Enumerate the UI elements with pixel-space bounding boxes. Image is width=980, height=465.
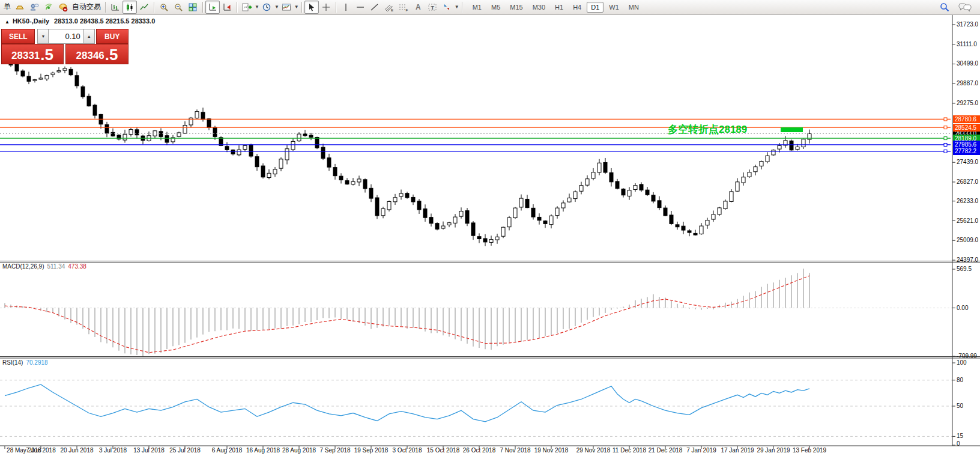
text-label-tool-icon[interactable]: T [425, 1, 440, 14]
auto-trading-icon[interactable] [56, 1, 70, 14]
gold-ingot-icon[interactable] [13, 1, 27, 14]
timeframe-button-h1[interactable]: H1 [551, 2, 567, 13]
chart-canvas[interactable] [0, 0, 980, 465]
volume-decrease-button[interactable]: ▼ [37, 29, 49, 44]
equidistant-channel-tool-icon[interactable]: E [382, 1, 396, 14]
timeframe-group: M1M5M15M30H1H4D1W1MN [468, 2, 643, 13]
zoom-out-icon[interactable] [171, 1, 186, 14]
buy-price-display[interactable]: 28346 .5 [65, 44, 129, 64]
main-toolbar: 单 自动交易 ▼ ▼ ▼ [0, 0, 980, 14]
timeframe-button-d1[interactable]: D1 [587, 2, 603, 13]
toolbar-separator [336, 2, 336, 13]
timeframe-button-m5[interactable]: M5 [487, 2, 504, 13]
templates-icon[interactable] [279, 1, 294, 14]
one-click-trading-panel: SELL ▼ 0.10 ▲ BUY 28331 .5 28346 .5 [1, 29, 129, 64]
volume-input[interactable]: 0.10 [49, 29, 83, 44]
text-tool-icon[interactable]: A [411, 1, 425, 14]
periods-icon[interactable] [259, 1, 274, 14]
horizontal-line-tool-icon[interactable] [353, 1, 368, 14]
toolbar-separator [105, 2, 106, 13]
toolbar-separator [202, 2, 203, 13]
sell-price-int: 28331 [11, 49, 40, 62]
periods-dropdown-arrow[interactable]: ▼ [274, 4, 279, 10]
sell-price-display[interactable]: 28331 .5 [1, 44, 64, 64]
cursor-tool-icon[interactable] [304, 1, 319, 14]
timeframe-button-m30[interactable]: M30 [528, 2, 549, 13]
indicators-icon[interactable] [240, 1, 254, 14]
arrows-dropdown-arrow[interactable]: ▼ [455, 4, 459, 10]
timeframe-button-mn[interactable]: MN [625, 2, 643, 13]
svg-text:E: E [391, 8, 393, 12]
toolbar-separator [462, 2, 462, 13]
chart-shift-icon[interactable] [220, 1, 234, 14]
signal-icon[interactable] [41, 1, 56, 14]
sell-button[interactable]: SELL [1, 29, 35, 44]
chat-icon[interactable] [958, 1, 972, 14]
line-chart-type-icon[interactable] [137, 1, 151, 14]
vertical-line-tool-icon[interactable] [339, 1, 353, 14]
fibonacci-tool-icon[interactable]: F [396, 1, 411, 14]
svg-text:A: A [416, 3, 421, 11]
buy-price-dec: .5 [105, 47, 118, 62]
buy-button[interactable]: BUY [96, 29, 129, 44]
bar-chart-type-icon[interactable] [108, 1, 122, 14]
sell-price-dec: .5 [40, 47, 53, 62]
auto-scroll-icon[interactable] [205, 1, 220, 14]
timeframe-button-m15[interactable]: M15 [506, 2, 527, 13]
indicators-dropdown-arrow[interactable]: ▼ [255, 4, 259, 10]
buy-price-int: 28346 [76, 49, 104, 62]
tile-windows-icon[interactable] [186, 1, 200, 14]
timeframe-button-w1[interactable]: W1 [605, 2, 623, 13]
auto-trading-label[interactable]: 自动交易 [70, 2, 103, 12]
community-icon[interactable] [27, 1, 41, 14]
templates-dropdown-arrow[interactable]: ▼ [294, 4, 299, 10]
candlestick-chart-type-icon[interactable] [122, 1, 137, 14]
toolbar-separator [154, 2, 154, 13]
svg-text:T: T [431, 4, 434, 10]
crosshair-tool-icon[interactable] [319, 1, 333, 14]
toolbar-separator [237, 2, 237, 13]
volume-increase-button[interactable]: ▲ [83, 29, 95, 44]
toolbar-separator [301, 2, 302, 13]
trendline-tool-icon[interactable] [368, 1, 382, 14]
search-icon[interactable] [937, 1, 952, 14]
new-order-button[interactable]: 单 [2, 2, 13, 12]
timeframe-button-m1[interactable]: M1 [468, 2, 486, 13]
svg-text:F: F [405, 8, 408, 12]
timeframe-button-h4[interactable]: H4 [569, 2, 585, 13]
arrows-tool-icon[interactable] [440, 1, 454, 14]
zoom-in-icon[interactable] [157, 1, 171, 14]
